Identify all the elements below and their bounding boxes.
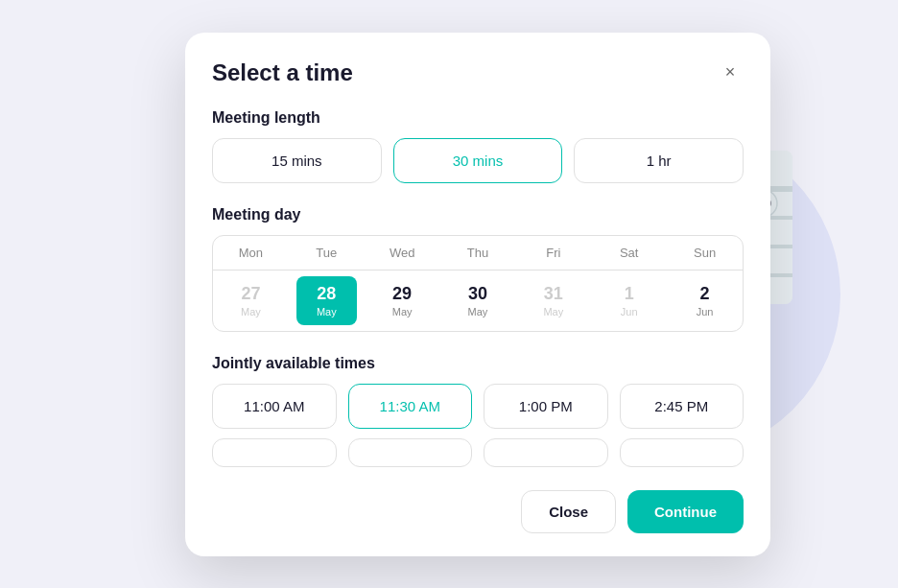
modal-title: Select a time bbox=[212, 59, 353, 86]
duration-options: 15 mins 30 mins 1 hr bbox=[212, 138, 744, 183]
modal-footer: Close Continue bbox=[212, 490, 744, 533]
time-partial-3 bbox=[484, 438, 608, 467]
time-partial-2 bbox=[348, 438, 473, 467]
meeting-length-label: Meeting length bbox=[212, 109, 744, 127]
day-sun: Sun bbox=[667, 236, 743, 270]
duration-15min[interactable]: 15 mins bbox=[212, 138, 382, 183]
duration-1hr[interactable]: 1 hr bbox=[574, 138, 744, 183]
date-may27[interactable]: 27 May bbox=[213, 270, 289, 331]
day-thu: Thu bbox=[440, 236, 516, 270]
date-may29[interactable]: 29 May bbox=[365, 270, 440, 331]
calendar-dates: 27 May 28 May 29 May 30 May 31 May bbox=[213, 270, 743, 331]
modal-header: Select a time × bbox=[212, 59, 744, 86]
date-may28[interactable]: 28 May bbox=[296, 276, 357, 325]
time-100pm[interactable]: 1:00 PM bbox=[484, 384, 608, 429]
time-245pm[interactable]: 2:45 PM bbox=[620, 384, 744, 429]
time-slots-row1: 11:00 AM 11:30 AM 1:00 PM 2:45 PM bbox=[212, 384, 744, 429]
time-partial-1 bbox=[212, 438, 337, 467]
select-time-modal: Select a time × Meeting length 15 mins 3… bbox=[185, 33, 770, 556]
close-button[interactable]: Close bbox=[521, 490, 616, 533]
time-1130am[interactable]: 11:30 AM bbox=[348, 384, 473, 429]
calendar-header: Mon Tue Wed Thu Fri Sat Sun bbox=[213, 236, 743, 270]
date-may30[interactable]: 30 May bbox=[440, 270, 516, 331]
day-fri: Fri bbox=[515, 236, 591, 270]
available-times-label: Jointly available times bbox=[212, 355, 744, 372]
date-jun1[interactable]: 1 Jun bbox=[591, 270, 667, 331]
calendar: Mon Tue Wed Thu Fri Sat Sun 27 May 28 Ma… bbox=[212, 235, 744, 332]
day-wed: Wed bbox=[365, 236, 440, 270]
duration-30min[interactable]: 30 mins bbox=[393, 138, 563, 183]
day-sat: Sat bbox=[591, 236, 667, 270]
day-tue: Tue bbox=[289, 236, 365, 270]
time-1100am[interactable]: 11:00 AM bbox=[212, 384, 337, 429]
close-icon-button[interactable]: × bbox=[717, 59, 744, 86]
day-mon: Mon bbox=[213, 236, 289, 270]
date-jun2[interactable]: 2 Jun bbox=[667, 270, 743, 331]
meeting-day-label: Meeting day bbox=[212, 206, 744, 223]
time-slots-row2-partial bbox=[212, 438, 744, 467]
date-may31[interactable]: 31 May bbox=[515, 270, 591, 331]
continue-button[interactable]: Continue bbox=[627, 490, 744, 533]
time-partial-4 bbox=[620, 438, 744, 467]
